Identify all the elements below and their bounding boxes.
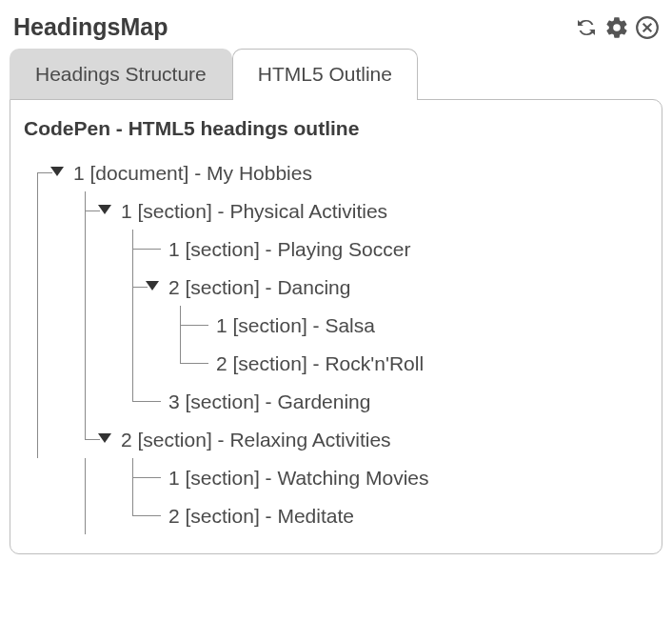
- tree-node[interactable]: 2 [section] - Rock'n'Roll: [24, 344, 648, 382]
- tree-connector: [167, 306, 214, 344]
- tree-connector: [71, 458, 119, 496]
- tree-connector: [24, 458, 71, 496]
- tree-connector: [119, 458, 167, 496]
- tree-node[interactable]: 2 [section] - Meditate: [24, 496, 648, 534]
- tree-node[interactable]: 1 [section] - Playing Soccer: [24, 230, 648, 268]
- tree-connector: [71, 230, 119, 268]
- tree-connector: [71, 496, 119, 534]
- tree-label: 1 [section] - Playing Soccer: [167, 239, 410, 259]
- tab-bar: Headings Structure HTML5 Outline: [10, 49, 662, 99]
- tree-connector: [24, 420, 71, 458]
- tree-label: 1 [section] - Physical Activities: [119, 201, 387, 221]
- headingsmap-panel: HeadingsMap Headings Structu: [10, 10, 662, 554]
- tree-connector: [71, 344, 119, 382]
- tree-label: 2 [section] - Meditate: [167, 506, 354, 526]
- close-icon: [635, 15, 660, 40]
- outline-content: CodePen - HTML5 headings outline 1 [docu…: [10, 99, 662, 554]
- tree-node[interactable]: 1 [section] - Watching Movies: [24, 458, 648, 496]
- tree-label: 1 [section] - Watching Movies: [167, 468, 429, 488]
- tree-connector: [119, 382, 167, 420]
- tree-node[interactable]: 1 [section] - Physical Activities: [24, 191, 648, 230]
- tree-label: 2 [section] - Dancing: [167, 277, 350, 297]
- tree-node[interactable]: 1 [document] - My Hobbies: [24, 153, 648, 191]
- header-toolbar: [573, 14, 661, 41]
- tree-connector: [71, 306, 119, 344]
- tree-connector: [119, 344, 167, 382]
- tree-label: 1 [section] - Salsa: [214, 315, 375, 335]
- collapse-icon[interactable]: [98, 433, 111, 443]
- panel-title: HeadingsMap: [13, 13, 168, 41]
- tree-label: 3 [section] - Gardening: [167, 391, 370, 411]
- tree-connector: [24, 306, 71, 344]
- tree-connector: [24, 268, 71, 306]
- tree-connector: [71, 420, 119, 458]
- tree-connector: [119, 306, 167, 344]
- collapse-icon[interactable]: [98, 205, 111, 214]
- tree-node[interactable]: 1 [section] - Salsa: [24, 306, 648, 344]
- tree-connector: [24, 496, 71, 534]
- tree-connector: [24, 382, 71, 420]
- tree-node[interactable]: 3 [section] - Gardening: [24, 382, 648, 420]
- collapse-icon[interactable]: [50, 167, 64, 176]
- close-button[interactable]: [634, 14, 661, 41]
- tree-connector: [119, 268, 167, 306]
- tree-connector: [119, 230, 167, 268]
- tree-node[interactable]: 2 [section] - Dancing: [24, 268, 648, 306]
- tree-label: 2 [section] - Relaxing Activities: [119, 430, 391, 450]
- tree-connector: [24, 344, 71, 382]
- tree-connector: [24, 153, 71, 191]
- tab-headings-structure[interactable]: Headings Structure: [10, 49, 232, 99]
- tree-connector: [71, 191, 119, 230]
- outline-tree: 1 [document] - My Hobbies 1 [section] - …: [24, 153, 648, 534]
- tree-connector: [71, 268, 119, 306]
- tree-connector: [71, 382, 119, 420]
- tree-connector: [167, 344, 214, 382]
- tree-connector: [24, 191, 71, 230]
- tree-connector: [119, 496, 167, 534]
- settings-button[interactable]: [603, 14, 630, 41]
- document-title: CodePen - HTML5 headings outline: [24, 117, 648, 140]
- tree-node[interactable]: 2 [section] - Relaxing Activities: [24, 420, 648, 458]
- gear-icon: [604, 15, 629, 40]
- refresh-icon: [575, 16, 598, 39]
- tree-connector: [24, 230, 71, 268]
- tree-label: 2 [section] - Rock'n'Roll: [214, 353, 424, 373]
- collapse-icon[interactable]: [146, 281, 159, 290]
- tree-label: 1 [document] - My Hobbies: [71, 163, 312, 183]
- panel-header: HeadingsMap: [10, 10, 662, 49]
- tab-html5-outline[interactable]: HTML5 Outline: [232, 49, 418, 100]
- refresh-button[interactable]: [573, 14, 600, 41]
